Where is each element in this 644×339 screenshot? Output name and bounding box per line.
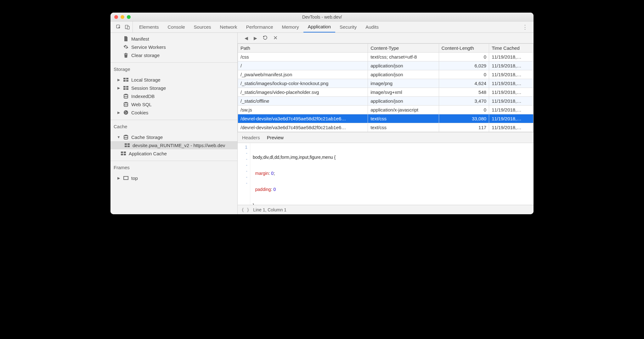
svg-rect-4: [126, 78, 128, 79]
sidebar-item-cookies[interactable]: ▶ Cookies: [110, 108, 237, 117]
svg-rect-23: [124, 152, 126, 153]
sidebar-item-cache-entry[interactable]: devsite.pwa_RUNTIME_v2 - https://web.dev: [110, 141, 237, 149]
code-content[interactable]: body,div,dl,dd,form,img,input,figure,men…: [250, 143, 534, 205]
grid-icon: [121, 151, 126, 156]
tab-network[interactable]: Network: [216, 21, 242, 32]
sidebar-item-indexeddb[interactable]: IndexedDB: [110, 92, 237, 100]
sidebar-item-session-storage[interactable]: ▶ Session Storage: [110, 84, 237, 92]
sidebar-item-label: top: [131, 175, 138, 181]
caret-right-icon: ▶: [117, 111, 121, 115]
grid-icon: [124, 142, 130, 148]
inspect-element-icon[interactable]: [116, 24, 121, 30]
svg-point-15: [126, 112, 127, 113]
sidebar-item-application-cache[interactable]: Application Cache: [110, 149, 237, 158]
tab-memory[interactable]: Memory: [278, 21, 303, 32]
svg-rect-2: [127, 26, 129, 29]
application-sidebar: Manifest Service Workers Clear storage S…: [110, 33, 238, 214]
table-row[interactable]: /_pwa/web/manifest.jsonapplication/json0…: [238, 70, 534, 79]
table-row[interactable]: /devrel-devsite/va3e6d7c495ae58d2f0c21ab…: [238, 114, 534, 123]
table-row[interactable]: /devrel-devsite/va3e6d7c495ae58d2f0c21ab…: [238, 123, 534, 132]
cache-entries-table: Path Content-Type Content-Length Time Ca…: [238, 43, 534, 132]
svg-rect-22: [121, 152, 123, 153]
svg-rect-7: [123, 86, 126, 88]
col-content-length[interactable]: Content-Length: [439, 44, 489, 53]
status-bar: { } Line 1, Column 1: [238, 205, 534, 214]
tab-sources[interactable]: Sources: [189, 21, 216, 32]
sidebar-header-storage: Storage: [110, 64, 237, 74]
sidebar-item-cache-storage[interactable]: ▼ Cache Storage: [110, 133, 237, 141]
format-icon[interactable]: { }: [241, 207, 249, 212]
sidebar-item-manifest[interactable]: Manifest: [110, 35, 237, 43]
table-row[interactable]: /_static/offlineapplication/json3,47011/…: [238, 97, 534, 106]
sidebar-item-label: Session Storage: [131, 85, 166, 91]
trash-icon: [123, 52, 129, 58]
tab-security[interactable]: Security: [335, 21, 361, 32]
subtab-headers[interactable]: Headers: [242, 135, 260, 140]
caret-right-icon: ▶: [117, 78, 121, 82]
frame-icon: [123, 175, 129, 181]
col-path[interactable]: Path: [238, 44, 368, 53]
sidebar-header-frames: Frames: [110, 162, 237, 172]
caret-right-icon: ▶: [117, 176, 121, 180]
caret-right-icon: ▶: [117, 86, 121, 90]
svg-rect-21: [127, 146, 130, 147]
svg-rect-3: [123, 78, 126, 79]
col-time-cached[interactable]: Time Cached: [489, 44, 534, 53]
sidebar-item-frames-top[interactable]: ▶ top: [110, 174, 237, 182]
col-content-type[interactable]: Content-Type: [368, 44, 439, 53]
svg-point-13: [124, 110, 128, 115]
tab-elements[interactable]: Elements: [135, 21, 163, 32]
svg-rect-5: [123, 80, 126, 82]
device-toggle-icon[interactable]: [124, 24, 130, 30]
file-icon: [123, 36, 129, 42]
table-row[interactable]: /_static/images/lockup-color-knockout.pn…: [238, 79, 534, 88]
code-gutter: 1 - - - - - -: [238, 143, 250, 205]
more-menu-icon[interactable]: ⋮: [522, 24, 528, 30]
caret-down-icon: ▼: [117, 135, 121, 139]
sidebar-item-websql[interactable]: Web SQL: [110, 100, 237, 108]
tab-performance[interactable]: Performance: [242, 21, 278, 32]
delete-icon[interactable]: ✕: [273, 35, 278, 41]
subtab-preview[interactable]: Preview: [267, 135, 284, 140]
svg-rect-20: [125, 146, 127, 147]
sidebar-item-service-workers[interactable]: Service Workers: [110, 43, 237, 51]
cache-toolbar: ◀ ▶ ✕: [238, 33, 534, 43]
prev-button-icon[interactable]: ◀: [245, 36, 248, 41]
svg-rect-9: [123, 88, 126, 90]
svg-rect-6: [126, 80, 128, 82]
svg-rect-24: [121, 154, 123, 155]
next-button-icon[interactable]: ▶: [254, 36, 257, 41]
table-row[interactable]: /csstext/css; charset=utf-8011/19/2018,…: [238, 53, 534, 61]
table-row[interactable]: /_static/images/video-placeholder.svgima…: [238, 88, 534, 97]
tab-application[interactable]: Application: [303, 21, 335, 32]
tab-audits[interactable]: Audits: [361, 21, 383, 32]
cookie-icon: [123, 110, 129, 115]
tab-console[interactable]: Console: [163, 21, 189, 32]
svg-point-17: [124, 135, 128, 136]
sidebar-item-label: IndexedDB: [131, 94, 155, 99]
svg-point-11: [124, 94, 128, 95]
panel-tabs: Elements Console Sources Network Perform…: [135, 21, 383, 32]
db-icon: [123, 101, 129, 107]
svg-point-16: [125, 113, 126, 114]
cache-storage-panel: ◀ ▶ ✕ Path Content-Type Content-Length T: [238, 33, 534, 214]
css-preview: 1 - - - - - - body,div,dl,dd,form,img,in…: [238, 143, 534, 205]
table-row[interactable]: /sw.jsapplication/x-javascript011/19/201…: [238, 106, 534, 114]
sidebar-item-label: Service Workers: [131, 44, 166, 50]
svg-point-12: [124, 102, 128, 103]
db-icon: [123, 93, 129, 99]
svg-rect-8: [126, 86, 128, 88]
svg-rect-10: [126, 88, 128, 90]
gear-icon: [123, 44, 129, 50]
panel-tabs-row: Elements Console Sources Network Perform…: [110, 21, 534, 33]
sidebar-item-label: Web SQL: [131, 102, 152, 107]
svg-rect-18: [125, 143, 127, 145]
refresh-icon[interactable]: [263, 35, 268, 41]
cursor-position: Line 1, Column 1: [253, 207, 286, 212]
db-icon: [123, 134, 129, 140]
sidebar-item-label: devsite.pwa_RUNTIME_v2 - https://web.dev: [133, 143, 225, 148]
sidebar-item-local-storage[interactable]: ▶ Local Storage: [110, 76, 237, 84]
sidebar-item-clear-storage[interactable]: Clear storage: [110, 51, 237, 59]
devtools-window: DevTools - web.dev/ Elements Console Sou…: [110, 13, 534, 214]
table-row[interactable]: /application/json6,02911/19/2018,…: [238, 61, 534, 70]
